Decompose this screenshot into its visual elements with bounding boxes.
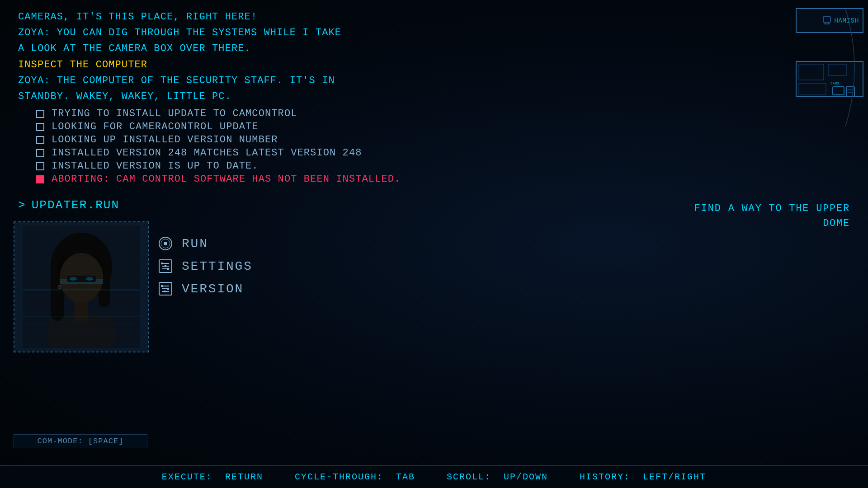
terminal-line-3: A LOOK AT THE CAMERA BOX OVER THERE. [18,41,524,56]
svg-rect-46 [167,268,169,270]
file-options: RUN SETTINGS VERSION [158,228,253,304]
terminal-lines: CAMERAS, IT'S THIS PLACE, RIGHT HERE! ZO… [18,9,524,104]
cycle-key: TAB [396,472,415,482]
minimap-cams-diagram: CAMS [797,62,863,97]
hamish-icon [822,16,831,25]
minimap-hamish-box: HAMISH [796,8,863,33]
svg-rect-52 [167,288,169,290]
version-icon [158,282,173,296]
cycle-label: CYCLE-THROUGH: [295,472,383,482]
history-label: HISTORY: [580,472,630,482]
svg-rect-0 [823,17,830,22]
terminal-line-2: ZOYA: YOU CAN DIG THROUGH THE SYSTEMS WH… [18,25,524,41]
prompt-arrow: > [18,198,26,212]
mission-text: FIND A WAY TO THE UPPER DOME [694,201,850,231]
settings-label: SETTINGS [182,259,253,273]
svg-rect-51 [161,285,163,287]
version-option[interactable]: VERSION [158,282,253,296]
bottom-bar-text: EXECUTE: RETURN CYCLE-THROUGH: TAB SCROL… [162,472,706,482]
checklist-item-4: INSTALLED VERSION IS UP TO DATE. [36,160,524,172]
scroll-key: UP/DOWN [504,472,548,482]
mission-line-2: DOME [694,216,850,231]
settings-icon [158,259,173,273]
svg-rect-5 [828,64,846,75]
execute-label: EXECUTE: [162,472,212,482]
execute-key: RETURN [225,472,263,482]
svg-rect-44 [161,263,163,264]
command-prompt: > UPDATER.RUN [18,198,524,212]
checkbox-2 [36,136,44,144]
checkbox-0 [36,110,44,118]
checklist-item-abort: ABORTING: CAM CONTROL SOFTWARE HAS NOT B… [36,174,524,185]
svg-rect-31 [23,316,140,317]
portrait-background [14,222,148,352]
checkbox-4 [36,162,44,170]
svg-rect-6 [799,84,826,95]
checkbox-abort [36,175,44,183]
svg-rect-7 [833,87,844,95]
com-mode-label: COM-MODE: [SPACE] [14,434,147,448]
checklist: TRYING TO INSTALL UPDATE TO CAMCONTROL L… [36,108,524,185]
svg-rect-30 [23,289,140,291]
svg-rect-10 [846,87,854,97]
portrait-figure [23,226,140,348]
minimap: HAMISH CAMS [789,5,863,117]
mission-line-1: FIND A WAY TO THE UPPER [694,201,850,216]
terminal-line-6: STANDBY. WAKEY, WAKEY, LITTLE PC. [18,89,524,104]
scroll-label: SCROLL: [447,472,491,482]
history-key: LEFT/RIGHT [643,472,706,482]
terminal-line-1: CAMERAS, IT'S THIS PLACE, RIGHT HERE! [18,9,524,25]
svg-rect-29 [23,226,140,348]
hamish-label: HAMISH [834,17,859,24]
run-label: RUN [182,237,208,251]
svg-rect-4 [799,64,824,80]
version-label: VERSION [182,282,244,296]
checkbox-1 [36,123,44,131]
checklist-item-2: LOOKING UP INSTALLED VERSION NUMBER [36,134,524,145]
svg-rect-45 [165,265,166,267]
minimap-cams-box: CAMS [796,61,863,97]
checklist-item-3: INSTALLED VERSION 248 MATCHES LATEST VER… [36,147,524,159]
portrait-panel [14,221,149,352]
bottom-bar: EXECUTE: RETURN CYCLE-THROUGH: TAB SCROL… [0,465,868,488]
terminal-line-4: INSPECT THE COMPUTER [18,57,524,73]
checkbox-3 [36,149,44,157]
settings-option[interactable]: SETTINGS [158,259,253,273]
prompt-command: UPDATER.RUN [32,198,120,212]
checklist-item-1: LOOKING FOR CAMERACONTROL UPDATE [36,121,524,132]
run-option[interactable]: RUN [158,236,253,251]
run-icon [158,236,173,251]
terminal-content: CAMERAS, IT'S THIS PLACE, RIGHT HERE! ZO… [0,0,542,221]
svg-point-39 [164,242,167,245]
svg-text:CAMS: CAMS [830,81,839,85]
svg-rect-53 [164,291,165,292]
terminal-line-5: ZOYA: THE COMPUTER OF THE SECURITY STAFF… [18,73,524,89]
checklist-item-0: TRYING TO INSTALL UPDATE TO CAMCONTROL [36,108,524,119]
